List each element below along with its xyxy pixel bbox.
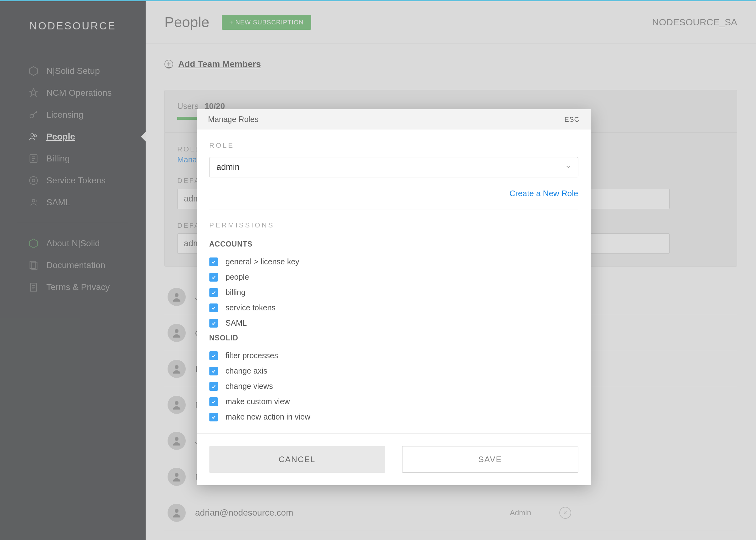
role-section-label: ROLE [209, 141, 578, 150]
permission-group-label: ACCOUNTS [209, 240, 566, 248]
modal-title: Manage Roles [208, 115, 258, 124]
save-button[interactable]: SAVE [402, 446, 578, 473]
permission-checkbox[interactable] [209, 397, 218, 406]
permission-item: make custom view [209, 394, 566, 409]
permission-label: filter processes [226, 351, 278, 360]
permission-item: billing [209, 285, 566, 300]
permission-checkbox[interactable] [209, 257, 218, 266]
create-new-role-link[interactable]: Create a New Role [209, 189, 578, 199]
manage-roles-modal: Manage Roles ESC ROLE Create a New Role … [197, 109, 591, 485]
permission-item: general > license key [209, 254, 566, 269]
permission-group-label: NSOLID [209, 334, 566, 342]
modal-header: Manage Roles ESC [197, 109, 591, 130]
permission-label: people [226, 273, 249, 282]
permission-checkbox[interactable] [209, 304, 218, 312]
permission-item: service tokens [209, 300, 566, 315]
permission-label: service tokens [226, 303, 276, 312]
cancel-button[interactable]: CANCEL [209, 446, 385, 473]
permission-item: make new action in view [209, 409, 566, 424]
permission-label: SAML [226, 319, 247, 328]
permission-checkbox[interactable] [209, 351, 218, 360]
permission-item: filter processes [209, 348, 566, 363]
permissions-list[interactable]: ACCOUNTSgeneral > license keypeoplebilli… [209, 237, 578, 424]
modal-close-esc[interactable]: ESC [564, 115, 579, 124]
permission-label: billing [226, 288, 246, 297]
permission-item: change axis [209, 363, 566, 378]
permission-label: change views [226, 382, 273, 391]
permission-item: change views [209, 378, 566, 394]
permission-label: make custom view [226, 397, 290, 406]
permissions-section-label: PERMISSIONS [209, 221, 578, 229]
permission-checkbox[interactable] [209, 413, 218, 421]
modal-divider [209, 209, 578, 210]
permission-checkbox[interactable] [209, 273, 218, 282]
role-select[interactable] [209, 157, 578, 177]
permission-item: SAML [209, 315, 566, 331]
permission-checkbox[interactable] [209, 367, 218, 375]
permission-label: change axis [226, 366, 267, 375]
permission-checkbox[interactable] [209, 382, 218, 391]
permission-label: make new action in view [226, 412, 310, 421]
permission-label: general > license key [226, 257, 299, 266]
permission-item: people [209, 269, 566, 285]
permission-checkbox[interactable] [209, 288, 218, 297]
permission-checkbox[interactable] [209, 319, 218, 328]
